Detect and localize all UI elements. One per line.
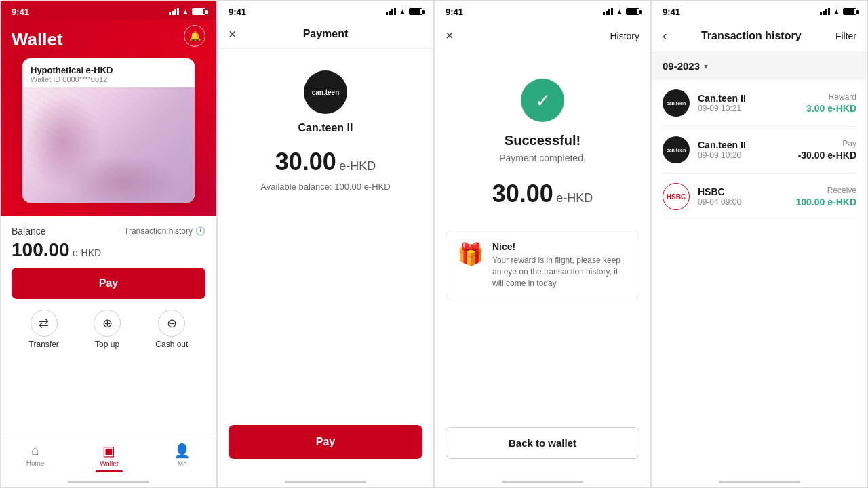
pay-confirm-button[interactable]: Pay bbox=[229, 425, 422, 459]
wifi-icon-1: ▲ bbox=[182, 7, 189, 16]
success-amount: 30.00 bbox=[492, 180, 553, 207]
wallet-card-header: Hypothetical e-HKD Wallet ID 0000****001… bbox=[22, 58, 195, 87]
success-amount-unit: e-HKD bbox=[556, 191, 593, 205]
transaction-value-3: 100.00 e-HKD bbox=[796, 197, 857, 207]
signal-icon-1 bbox=[169, 8, 179, 15]
action-buttons: ⇄ Transfer ⊕ Top up ⊖ Cash out bbox=[1, 310, 216, 360]
status-bar-3: 9:41 ▲ bbox=[435, 1, 650, 20]
wallet-card-title: Hypothetical e-HKD bbox=[31, 65, 186, 75]
transaction-amount-1: Reward 3.00 e-HKD bbox=[806, 92, 856, 114]
transaction-name-2: Can.teen II bbox=[698, 140, 790, 150]
month-label: 09-2023 bbox=[663, 60, 700, 72]
transfer-label: Transfer bbox=[29, 340, 59, 349]
transaction-history-link[interactable]: Transaction history 🕐 bbox=[124, 226, 205, 236]
wallet-title: Wallet bbox=[12, 29, 205, 50]
history-header: ‹ Transaction history Filter bbox=[652, 20, 867, 52]
status-bar-1: 9:41 ▲ bbox=[1, 1, 216, 20]
status-icons-3: ▲ bbox=[603, 7, 639, 16]
month-filter[interactable]: 09-2023 ▾ bbox=[652, 52, 867, 80]
merchant-avatar-1: can.teen bbox=[663, 89, 690, 117]
pay-button[interactable]: Pay bbox=[12, 268, 205, 299]
topup-label: Top up bbox=[95, 340, 119, 349]
transaction-name-1: Can.teen II bbox=[698, 93, 798, 104]
close-button-3[interactable]: × bbox=[446, 28, 454, 43]
nav-me[interactable]: 👤 Me bbox=[165, 440, 199, 475]
success-checkmark: ✓ bbox=[521, 79, 564, 122]
filter-button[interactable]: Filter bbox=[835, 30, 856, 41]
transaction-name-3: HSBC bbox=[698, 186, 788, 197]
status-time-1: 9:41 bbox=[12, 7, 29, 17]
payment-amount-unit: e-HKD bbox=[339, 159, 376, 173]
clock-icon: 🕐 bbox=[195, 226, 205, 236]
topup-button[interactable]: ⊕ Top up bbox=[94, 310, 121, 349]
merchant-name: Can.teen II bbox=[298, 122, 353, 134]
cashout-label: Cash out bbox=[155, 340, 188, 349]
payment-amount: 30.00 bbox=[275, 148, 336, 176]
wifi-icon-3: ▲ bbox=[616, 7, 623, 16]
signal-icon-3 bbox=[603, 8, 613, 15]
payment-header: × Payment bbox=[218, 20, 433, 49]
transaction-list: can.teen Can.teen II 09-09 10:21 Reward … bbox=[652, 80, 867, 220]
me-icon: 👤 bbox=[174, 443, 191, 459]
checkmark-icon: ✓ bbox=[535, 89, 551, 112]
lion-art bbox=[22, 87, 195, 203]
back-button[interactable]: ‹ bbox=[663, 28, 667, 43]
nav-wallet[interactable]: ▣ Wallet bbox=[87, 440, 131, 475]
payment-body: can.teen Can.teen II 30.00 e-HKD Availab… bbox=[218, 49, 433, 248]
transaction-item-2: can.teen Can.teen II 09-09 10:20 Pay -30… bbox=[663, 127, 856, 174]
reward-title: Nice! bbox=[492, 241, 628, 252]
transaction-amount-3: Receive 100.00 e-HKD bbox=[796, 186, 857, 207]
balance-amount: 100.00 bbox=[12, 239, 70, 260]
signal-icon-4 bbox=[820, 8, 830, 15]
wifi-icon-2: ▲ bbox=[399, 7, 406, 16]
cashout-button[interactable]: ⊖ Cash out bbox=[155, 310, 188, 349]
home-indicator-4 bbox=[719, 481, 800, 483]
success-subtitle: Payment completed. bbox=[499, 152, 586, 163]
transfer-button[interactable]: ⇄ Transfer bbox=[29, 310, 59, 349]
transaction-date-3: 09-04 09:00 bbox=[698, 197, 788, 207]
history-title: Transaction history bbox=[673, 30, 830, 42]
transaction-date-1: 09-09 10:21 bbox=[698, 104, 798, 113]
balance-unit: e-HKD bbox=[73, 247, 101, 258]
wallet-header: 🔔 Wallet Hypothetical e-HKD Wallet ID 00… bbox=[1, 20, 216, 216]
balance-section: Balance Transaction history 🕐 100.00 e-H… bbox=[1, 216, 216, 268]
reward-text: Your reward is in flight, please keep an… bbox=[492, 255, 628, 289]
home-indicator-3 bbox=[502, 481, 583, 483]
battery-icon-3 bbox=[626, 8, 639, 15]
transaction-info-2: Can.teen II 09-09 10:20 bbox=[698, 140, 790, 160]
success-body: ✓ Successful! Payment completed. 30.00 e… bbox=[435, 52, 650, 208]
back-to-wallet-button[interactable]: Back to wallet bbox=[446, 427, 639, 459]
bell-button[interactable]: 🔔 bbox=[184, 25, 205, 47]
nav-home[interactable]: ⌂ Home bbox=[18, 440, 53, 475]
available-balance: Available balance: 100.00 e-HKD bbox=[260, 182, 390, 192]
home-label: Home bbox=[26, 460, 45, 467]
home-indicator-2 bbox=[285, 481, 366, 483]
screen-wallet: 9:41 ▲ 🔔 Wallet Hypothetical e-HKD Walle… bbox=[0, 0, 217, 488]
status-time-3: 9:41 bbox=[446, 7, 463, 17]
transaction-value-1: 3.00 e-HKD bbox=[806, 103, 856, 114]
bottom-nav: ⌂ Home ▣ Wallet 👤 Me bbox=[1, 434, 216, 478]
transaction-type-3: Receive bbox=[796, 186, 857, 195]
transfer-icon: ⇄ bbox=[31, 310, 58, 337]
wifi-icon-4: ▲ bbox=[833, 7, 840, 16]
success-title: Successful! bbox=[505, 133, 580, 148]
status-icons-2: ▲ bbox=[386, 7, 422, 16]
status-bar-2: 9:41 ▲ bbox=[218, 1, 433, 20]
status-bar-4: 9:41 ▲ bbox=[652, 1, 867, 20]
battery-icon-4 bbox=[843, 8, 856, 15]
success-amount-row: 30.00 e-HKD bbox=[492, 180, 593, 208]
signal-icon-2 bbox=[386, 8, 396, 15]
home-indicator-1 bbox=[68, 481, 149, 483]
history-link[interactable]: History bbox=[610, 30, 639, 41]
close-button[interactable]: × bbox=[229, 26, 237, 42]
transaction-date-2: 09-09 10:20 bbox=[698, 150, 790, 160]
balance-amount-row: 100.00 e-HKD bbox=[12, 239, 205, 261]
me-label: Me bbox=[178, 460, 187, 468]
reward-content: Nice! Your reward is in flight, please k… bbox=[492, 241, 628, 289]
merchant-avatar-2: can.teen bbox=[663, 136, 690, 163]
status-time-4: 9:41 bbox=[663, 7, 680, 17]
transaction-value-2: -30.00 e-HKD bbox=[798, 150, 856, 161]
transaction-info-1: Can.teen II 09-09 10:21 bbox=[698, 93, 798, 113]
screen-payment: 9:41 ▲ × Payment can.teen Can.teen II 30… bbox=[217, 0, 434, 488]
status-icons-1: ▲ bbox=[169, 7, 205, 16]
